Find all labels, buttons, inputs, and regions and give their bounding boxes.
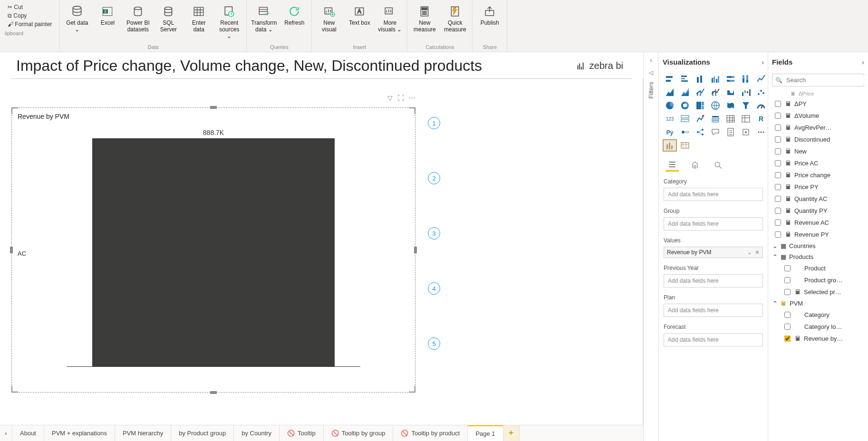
resize-handle-top[interactable] — [210, 106, 217, 109]
field-ΔPrice[interactable]: 🖩ΔPrice — [772, 89, 866, 98]
field-discontinued[interactable]: 🖩Discontinued — [772, 134, 866, 145]
table-pvm[interactable]: ⌃🖩PVM — [772, 298, 866, 309]
excel-button[interactable]: X Excel — [95, 2, 120, 27]
field-revenue-py[interactable]: 🖩Revenue PY — [772, 229, 866, 240]
field-category[interactable]: Category — [772, 309, 866, 321]
viz-line-icon[interactable] — [755, 74, 767, 84]
field-checkbox[interactable] — [775, 125, 781, 131]
cut-button[interactable]: ✂ Cut — [8, 4, 23, 10]
viz-gauge-icon[interactable] — [755, 100, 767, 111]
viz-clustered-column-icon[interactable] — [709, 74, 722, 84]
get-data-button[interactable]: Get data ⌄ — [65, 2, 89, 33]
field--volume[interactable]: 🖩ΔVolume — [772, 110, 866, 122]
field-new[interactable]: 🖩New — [772, 145, 866, 157]
quick-measure-button[interactable]: Quick measure — [443, 2, 467, 33]
viz-smart-narrative-icon[interactable] — [740, 127, 752, 137]
slot-indicator-2[interactable]: 2 — [428, 172, 440, 184]
field-checkbox[interactable] — [775, 208, 781, 214]
viz-donut-icon[interactable] — [679, 100, 691, 111]
expand-icon[interactable]: ⌃ — [772, 253, 778, 260]
well-category[interactable]: Add data fields here — [664, 188, 763, 201]
field-quantity-ac[interactable]: 🖩Quantity AC — [772, 193, 866, 205]
page-tab-tooltip-by-product[interactable]: 🚫Tooltip by product — [393, 425, 468, 441]
focus-mode-icon[interactable]: ⛶ — [397, 94, 404, 102]
publish-button[interactable]: Publish — [477, 2, 502, 27]
field-checkbox[interactable] — [775, 136, 781, 143]
field-checkbox[interactable] — [775, 148, 781, 154]
field-category-lo-[interactable]: Category lo… — [772, 321, 866, 333]
field-price-py[interactable]: 🖩Price PY — [772, 181, 866, 193]
viz-line-column-icon[interactable] — [694, 87, 706, 97]
field-price-ac[interactable]: 🖩Price AC — [772, 157, 866, 169]
viz-slicer-icon[interactable] — [709, 114, 722, 124]
viz-filled-map-icon[interactable] — [724, 100, 737, 111]
field-checkbox[interactable] — [784, 312, 791, 318]
viz-qna-icon[interactable] — [709, 127, 722, 137]
more-options-icon[interactable]: ⋯ — [409, 94, 415, 102]
pbi-datasets-button[interactable]: Power BI datasets — [125, 2, 150, 33]
viz-r-icon[interactable]: R — [755, 114, 767, 124]
viz-funnel-icon[interactable] — [740, 100, 752, 111]
page-tab-by-country[interactable]: by Country — [234, 425, 280, 441]
field-avgrevper-[interactable]: 🖩AvgRevPer… — [772, 122, 866, 134]
resize-handle-left[interactable] — [10, 247, 13, 253]
viz-line-column-stacked-icon[interactable] — [709, 87, 722, 97]
viz-decomp-tree-icon[interactable] — [694, 127, 706, 137]
field-product-gro-[interactable]: Product gro… — [772, 274, 866, 286]
page-tab-about[interactable]: About — [12, 425, 44, 441]
viz-stacked-area-icon[interactable] — [679, 87, 691, 97]
viz-stacked-column-icon[interactable] — [694, 74, 706, 84]
format-painter-button[interactable]: 🖌 Format painter — [8, 21, 52, 28]
viz-stacked-bar-icon[interactable] — [664, 74, 676, 84]
viz-multirow-card-icon[interactable] — [679, 114, 691, 124]
viz-py-icon[interactable]: Py — [664, 127, 676, 137]
page-tab-by-product-group[interactable]: by Product group — [171, 425, 234, 441]
field-checkbox[interactable] — [775, 113, 781, 119]
viz-more-icon[interactable] — [755, 127, 767, 137]
viz-key-influencer-icon[interactable] — [679, 127, 691, 137]
page-tab-pvm-explanations[interactable]: PVM + explanations — [44, 425, 115, 441]
well-py[interactable]: Add data fields here — [664, 274, 763, 288]
recent-sources-button[interactable]: Recent sources ⌄ — [217, 2, 241, 39]
page-tab-tooltip[interactable]: 🚫Tooltip — [280, 425, 324, 441]
viz-custom2-icon[interactable] — [679, 140, 691, 151]
expand-icon[interactable]: ⌄ — [772, 242, 778, 249]
collapse-fields-icon[interactable]: › — [862, 58, 864, 66]
fields-tab[interactable] — [665, 158, 679, 172]
resize-handle-right[interactable] — [414, 247, 417, 253]
slot-indicator-5[interactable]: 5 — [428, 337, 440, 350]
field-checkbox[interactable] — [775, 101, 781, 107]
viz-clustered-bar-icon[interactable] — [679, 74, 691, 84]
viz-kpi-icon[interactable] — [694, 114, 706, 124]
viz-stacked-bar-100-icon[interactable] — [724, 74, 737, 84]
more-visuals-button[interactable]: More visuals ⌄ — [377, 2, 402, 33]
analytics-tab[interactable] — [711, 158, 724, 172]
viz-scatter-icon[interactable] — [755, 87, 767, 97]
viz-treemap-icon[interactable] — [694, 100, 706, 111]
field-checkbox[interactable] — [775, 184, 781, 190]
refresh-button[interactable]: Refresh — [282, 2, 307, 27]
field-checkbox[interactable] — [775, 172, 781, 178]
field-checkbox[interactable] — [784, 289, 791, 295]
chip-chevron-icon[interactable]: ⌄ — [747, 249, 752, 256]
text-box-button[interactable]: A Text box — [347, 2, 372, 27]
enter-data-button[interactable]: Enter data — [186, 2, 211, 33]
viz-area-icon[interactable] — [664, 87, 676, 97]
field-quantity-py[interactable]: 🖩Quantity PY — [772, 205, 866, 217]
slot-indicator-4[interactable]: 4 — [428, 282, 440, 295]
filter-icon[interactable]: ▽ — [387, 94, 393, 102]
visual-container[interactable]: ▽ ⛶ ⋯ Revenue by PVM AC 888.7K — [11, 107, 415, 393]
field--py[interactable]: 🖩ΔPY — [772, 98, 866, 110]
well-group[interactable]: Add data fields here — [664, 217, 763, 230]
slot-indicator-3[interactable]: 3 — [428, 227, 440, 240]
page-tab-tooltip-by-group[interactable]: 🚫Tooltip by group — [324, 425, 394, 441]
copy-button[interactable]: ⧉ Copy — [8, 12, 27, 19]
expand-icon[interactable]: ⌃ — [772, 300, 778, 307]
field-checkbox[interactable] — [784, 324, 791, 330]
new-measure-button[interactable]: New measure — [412, 2, 437, 33]
collapse-viz-icon[interactable]: › — [762, 58, 764, 66]
viz-waterfall-icon[interactable] — [740, 87, 752, 97]
page-tab-pvm-hierarchy[interactable]: PVM hierarchy — [115, 425, 171, 441]
search-input[interactable] — [785, 76, 867, 84]
viz-matrix-icon[interactable] — [740, 114, 752, 124]
